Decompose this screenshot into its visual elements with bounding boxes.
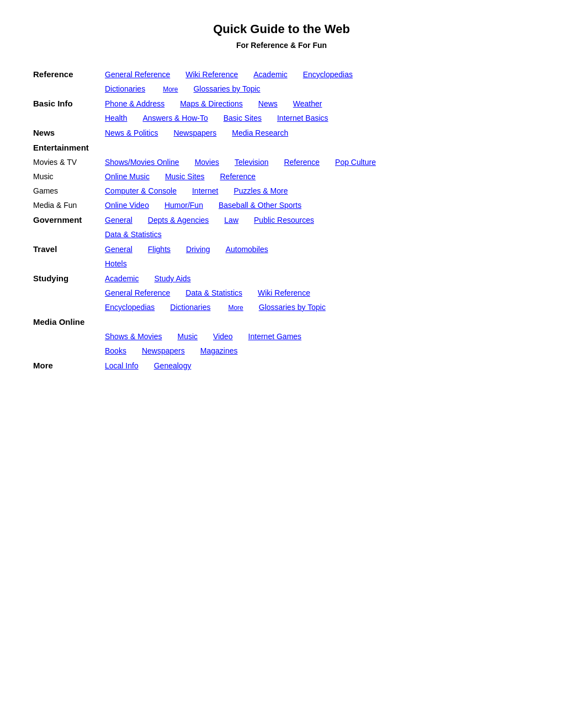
section-label-media-online: Media Online: [33, 317, 84, 326]
link-hotels[interactable]: Hotels: [105, 259, 127, 268]
link-internet-games[interactable]: Internet Games: [248, 332, 302, 341]
section-label-entertainment: Entertainment: [33, 143, 89, 152]
link-shows-&-movies[interactable]: Shows & Movies: [105, 332, 162, 341]
links-group-media-fun-0: Online VideoHumor/FunBaseball & Other Sp…: [105, 201, 530, 210]
links-group-games-0: Computer & ConsoleInternetPuzzles & More: [105, 186, 530, 195]
row-movies-tv-0: Movies & TVShows/Movies OnlineMoviesTele…: [33, 158, 530, 167]
link-general[interactable]: General: [105, 216, 132, 224]
link-puzzles-&-more[interactable]: Puzzles & More: [233, 186, 288, 195]
link-humor/fun[interactable]: Humor/Fun: [164, 201, 203, 210]
link-phone-&-address[interactable]: Phone & Address: [105, 99, 164, 108]
links-group-basic-info-1: HealthAnswers & How-ToBasic SitesInterne…: [105, 114, 530, 122]
link-music[interactable]: Music: [177, 332, 198, 341]
links-group-government-0: GeneralDepts & AgenciesLawPublic Resourc…: [105, 216, 530, 224]
row-more-0: MoreLocal InfoGenealogy: [33, 361, 530, 370]
link-general-reference[interactable]: General Reference: [105, 70, 170, 79]
link-video[interactable]: Video: [213, 332, 233, 341]
links-group-studying-1: General ReferenceData & StatisticsWiki R…: [105, 288, 530, 297]
section-heading-entertainment: Entertainment: [33, 143, 530, 152]
link-study-aids[interactable]: Study Aids: [154, 274, 190, 283]
links-group-reference-0: General ReferenceWiki ReferenceAcademicE…: [105, 70, 530, 79]
links-group-studying-2: EncyclopediasDictionariesMoreGlossaries …: [105, 303, 530, 312]
row-studying-2: EncyclopediasDictionariesMoreGlossaries …: [33, 303, 530, 312]
link-dictionaries[interactable]: Dictionaries: [170, 303, 210, 312]
links-group-news-0: News & PoliticsNewspapersMedia Research: [105, 129, 530, 137]
link-glossaries-by-topic[interactable]: Glossaries by Topic: [259, 303, 326, 312]
link-basic-sites[interactable]: Basic Sites: [224, 114, 262, 122]
link-internet-basics[interactable]: Internet Basics: [277, 114, 328, 122]
link-genealogy[interactable]: Genealogy: [154, 361, 192, 370]
link-computer-&-console[interactable]: Computer & Console: [105, 186, 177, 195]
link-movies[interactable]: Movies: [195, 158, 219, 167]
link-local-info[interactable]: Local Info: [105, 361, 139, 370]
link-television[interactable]: Television: [235, 158, 268, 167]
link-wiki-reference[interactable]: Wiki Reference: [185, 70, 238, 79]
link-glossaries-by-topic[interactable]: Glossaries by Topic: [193, 84, 260, 93]
row-news-0: NewsNews & PoliticsNewspapersMedia Resea…: [33, 128, 530, 137]
link-music-sites[interactable]: Music Sites: [165, 172, 205, 181]
link-newspapers[interactable]: Newspapers: [142, 346, 185, 355]
section-label-movies-tv: Movies & TV: [33, 158, 105, 167]
link-maps-&-directions[interactable]: Maps & Directions: [180, 99, 243, 108]
link-academic[interactable]: Academic: [105, 274, 139, 283]
row-games-0: GamesComputer & ConsoleInternetPuzzles &…: [33, 186, 530, 195]
links-group-reference-1: DictionariesMoreGlossaries by Topic: [105, 84, 530, 93]
link-data-&-statistics[interactable]: Data & Statistics: [185, 288, 242, 297]
links-group-government-1: Data & Statistics: [105, 230, 530, 239]
row-media-online-rows-0: Shows & MoviesMusicVideoInternet Games: [33, 332, 530, 341]
row-government-0: GovernmentGeneralDepts & AgenciesLawPubl…: [33, 215, 530, 224]
link-online-music[interactable]: Online Music: [105, 172, 150, 181]
link-media-research[interactable]: Media Research: [232, 129, 288, 137]
link-newspapers[interactable]: Newspapers: [173, 129, 216, 137]
section-label-studying: Studying: [33, 274, 105, 283]
link-pop-culture[interactable]: Pop Culture: [335, 158, 376, 167]
section-label-more: More: [33, 361, 105, 370]
row-government-1: Data & Statistics: [33, 230, 530, 239]
link-encyclopedias[interactable]: Encyclopedias: [303, 70, 353, 79]
link-reference[interactable]: Reference: [284, 158, 320, 167]
section-label-music: Music: [33, 172, 105, 181]
row-studying-0: StudyingAcademicStudy Aids: [33, 274, 530, 283]
section-label-government: Government: [33, 215, 105, 224]
link-wiki-reference[interactable]: Wiki Reference: [258, 288, 310, 297]
more-link[interactable]: More: [163, 85, 178, 93]
link-law[interactable]: Law: [224, 216, 238, 224]
link-automobiles[interactable]: Automobiles: [226, 245, 268, 254]
row-studying-1: General ReferenceData & StatisticsWiki R…: [33, 288, 530, 297]
link-magazines[interactable]: Magazines: [200, 346, 238, 355]
section-heading-media-online: Media Online: [33, 317, 530, 326]
link-answers-&-how-to[interactable]: Answers & How-To: [142, 114, 208, 122]
more-link[interactable]: More: [228, 304, 243, 312]
section-label-travel: Travel: [33, 244, 105, 254]
section-label-media-fun: Media & Fun: [33, 201, 105, 210]
link-online-video[interactable]: Online Video: [105, 201, 149, 210]
link-general-reference[interactable]: General Reference: [105, 288, 170, 297]
link-data-&-statistics[interactable]: Data & Statistics: [105, 230, 162, 239]
link-encyclopedias[interactable]: Encyclopedias: [105, 303, 155, 312]
links-group-media-online-rows-1: BooksNewspapersMagazines: [105, 346, 530, 355]
links-group-more-0: Local InfoGenealogy: [105, 361, 530, 370]
link-public-resources[interactable]: Public Resources: [254, 216, 314, 224]
link-health[interactable]: Health: [105, 114, 127, 122]
link-weather[interactable]: Weather: [293, 99, 322, 108]
row-reference-0: ReferenceGeneral ReferenceWiki Reference…: [33, 69, 530, 79]
link-flights[interactable]: Flights: [148, 245, 171, 254]
link-books[interactable]: Books: [105, 346, 126, 355]
link-academic[interactable]: Academic: [253, 70, 287, 79]
link-driving[interactable]: Driving: [186, 245, 210, 254]
link-internet[interactable]: Internet: [192, 186, 218, 195]
links-group-studying-0: AcademicStudy Aids: [105, 274, 530, 283]
section-label-games: Games: [33, 186, 105, 195]
links-group-media-online-rows-0: Shows & MoviesMusicVideoInternet Games: [105, 332, 530, 341]
link-baseball-&-other-sports[interactable]: Baseball & Other Sports: [219, 201, 301, 210]
page-subtitle: For Reference & For Fun: [33, 41, 530, 50]
link-reference[interactable]: Reference: [220, 172, 256, 181]
row-reference-1: DictionariesMoreGlossaries by Topic: [33, 84, 530, 93]
link-dictionaries[interactable]: Dictionaries: [105, 84, 145, 93]
link-depts-&-agencies[interactable]: Depts & Agencies: [148, 216, 209, 224]
link-shows/movies-online[interactable]: Shows/Movies Online: [105, 158, 179, 167]
link-general[interactable]: General: [105, 245, 132, 254]
link-news[interactable]: News: [258, 99, 278, 108]
links-group-music-0: Online MusicMusic SitesReference: [105, 172, 530, 181]
link-news-&-politics[interactable]: News & Politics: [105, 129, 158, 137]
